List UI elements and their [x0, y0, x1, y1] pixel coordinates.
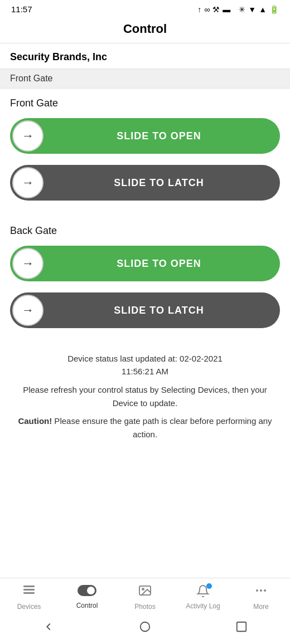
svg-rect-2	[23, 592, 35, 594]
svg-point-4	[142, 588, 144, 590]
screen-icon: ▬	[223, 5, 230, 14]
back-gate-latch-handle: →	[12, 295, 44, 326]
bottom-nav: Devices Control Photos Activity Log	[0, 578, 290, 613]
svg-rect-9	[237, 622, 246, 632]
nav-item-activity-log[interactable]: Activity Log	[181, 584, 225, 610]
company-name: Security Brands, Inc	[0, 43, 290, 69]
page-title: Control	[0, 22, 290, 36]
bluetooth-icon: ✳	[239, 5, 245, 14]
front-gate-open-slider[interactable]: → SLIDE TO OPEN	[10, 118, 280, 154]
home-button[interactable]	[137, 618, 153, 635]
more-icon	[254, 584, 268, 601]
svg-rect-0	[23, 586, 35, 587]
devices-icon	[22, 584, 36, 601]
recents-button[interactable]	[233, 618, 250, 635]
status-bar: 11:57 ↑ ∞ ⚒ ▬ ✳ ▼ ▲ 🔋	[0, 0, 290, 16]
front-gate-section: Front Gate → SLIDE TO OPEN → SLIDE TO LA…	[0, 89, 290, 216]
photos-icon	[138, 584, 152, 601]
svg-point-8	[141, 622, 150, 632]
notification-dot	[206, 583, 212, 589]
nav-item-more[interactable]: More	[239, 584, 283, 611]
caution-note-text: Caution! Please ensure the gate path is …	[13, 414, 277, 441]
system-nav-bar	[0, 613, 290, 644]
signal-icon: ⚒	[212, 5, 220, 14]
wifi-filled-icon: ▼	[248, 5, 256, 14]
nav-label-devices: Devices	[17, 603, 41, 611]
caution-label: Caution!	[18, 416, 52, 426]
nav-item-control[interactable]: Control	[65, 585, 109, 609]
app-header: Control	[0, 16, 290, 43]
section-label: Front Gate	[0, 69, 290, 89]
activity-log-icon-wrapper	[196, 584, 210, 600]
status-icons: ↑ ∞ ⚒ ▬ ✳ ▼ ▲ 🔋	[197, 5, 279, 14]
battery-icon: 🔋	[269, 5, 279, 14]
svg-point-7	[264, 589, 266, 592]
upload-icon: ↑	[197, 5, 201, 14]
nav-item-devices[interactable]: Devices	[7, 584, 51, 611]
back-gate-open-slider[interactable]: → SLIDE TO OPEN	[10, 246, 280, 281]
status-time: 11:57	[11, 4, 32, 14]
back-button[interactable]	[40, 618, 57, 635]
back-gate-latch-slider[interactable]: → SLIDE TO LATCH	[10, 292, 280, 328]
back-gate-open-handle: →	[12, 248, 44, 279]
nav-label-control: Control	[76, 602, 98, 609]
refresh-note-text: Please refresh your control status by Se…	[13, 383, 277, 410]
info-section: Device status last updated at: 02-02-202…	[0, 344, 290, 448]
front-gate-open-label: SLIDE TO OPEN	[10, 118, 280, 154]
front-gate-latch-label: SLIDE TO LATCH	[10, 165, 280, 201]
svg-point-6	[260, 589, 262, 592]
back-gate-name: Back Gate	[10, 225, 280, 237]
signal-bars-icon: ▲	[259, 5, 267, 14]
front-gate-latch-slider[interactable]: → SLIDE TO LATCH	[10, 165, 280, 201]
nav-label-more: More	[253, 603, 268, 611]
front-gate-name: Front Gate	[10, 97, 280, 109]
wifi-icon: ∞	[204, 5, 210, 14]
front-gate-open-handle: →	[12, 120, 44, 152]
svg-point-5	[256, 589, 258, 592]
svg-rect-1	[23, 589, 35, 591]
front-gate-latch-handle: →	[12, 167, 44, 198]
nav-label-photos: Photos	[134, 603, 155, 611]
back-gate-section: Back Gate → SLIDE TO OPEN → SLIDE TO LAT…	[0, 216, 290, 344]
back-gate-latch-label: SLIDE TO LATCH	[10, 292, 280, 328]
nav-label-activity-log: Activity Log	[186, 602, 220, 610]
control-icon	[78, 585, 96, 599]
nav-item-photos[interactable]: Photos	[123, 584, 167, 611]
status-updated-text: Device status last updated at: 02-02-202…	[13, 353, 277, 378]
back-gate-open-label: SLIDE TO OPEN	[10, 246, 280, 281]
